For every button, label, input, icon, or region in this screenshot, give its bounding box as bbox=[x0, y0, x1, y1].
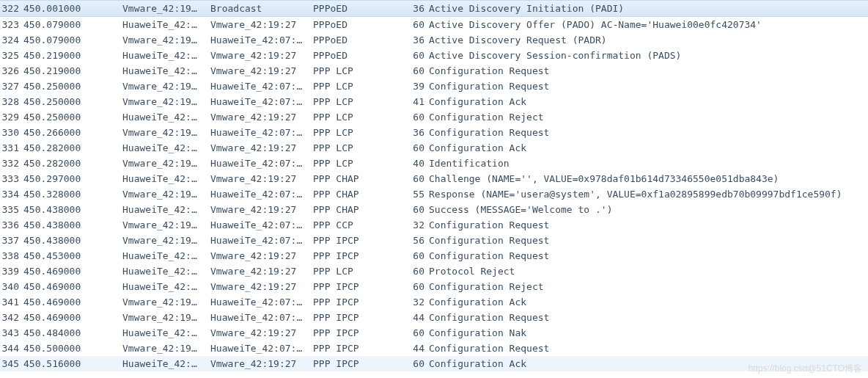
packet-destination: Vmware_42:19:27 bbox=[210, 356, 313, 371]
packet-info: Configuration Nak bbox=[429, 325, 868, 341]
packet-info: Response (NAME='usera@system', VALUE=0xf… bbox=[429, 186, 868, 202]
packet-no: 336 bbox=[1, 217, 23, 233]
packet-protocol: PPP LCP bbox=[313, 63, 407, 79]
packet-time: 450.250000 bbox=[23, 79, 122, 94]
packet-length: 36 bbox=[407, 1, 429, 16]
packet-no: 331 bbox=[1, 140, 23, 156]
packet-list[interactable]: 322450.001000Vmware_42:19…BroadcastPPPoE… bbox=[0, 0, 868, 371]
packet-row[interactable]: 335450.438000HuaweiTe_42:…Vmware_42:19:2… bbox=[0, 202, 868, 217]
packet-destination: Vmware_42:19:27 bbox=[210, 48, 313, 63]
packet-no: 327 bbox=[1, 79, 23, 94]
packet-destination: HuaweiTe_42:07:… bbox=[210, 125, 313, 140]
packet-info: Configuration Ack bbox=[429, 356, 868, 371]
packet-no: 324 bbox=[1, 32, 23, 48]
packet-row[interactable]: 344450.500000Vmware_42:19…HuaweiTe_42:07… bbox=[0, 341, 868, 356]
packet-source: Vmware_42:19… bbox=[122, 94, 210, 109]
packet-info: Active Discovery Session-confirmation (P… bbox=[429, 48, 868, 63]
packet-row[interactable]: 339450.469000HuaweiTe_42:…Vmware_42:19:2… bbox=[0, 263, 868, 279]
packet-protocol: PPP LCP bbox=[313, 109, 407, 125]
packet-source: Vmware_42:19… bbox=[122, 1, 210, 16]
packet-no: 322 bbox=[1, 1, 23, 16]
packet-row[interactable]: 326450.219000HuaweiTe_42:…Vmware_42:19:2… bbox=[0, 63, 868, 79]
packet-row[interactable]: 323450.079000HuaweiTe_42:…Vmware_42:19:2… bbox=[0, 17, 868, 32]
packet-no: 334 bbox=[1, 186, 23, 202]
packet-protocol: PPP IPCP bbox=[313, 341, 407, 356]
packet-info: Active Discovery Request (PADR) bbox=[429, 32, 868, 48]
packet-row[interactable]: 328450.250000Vmware_42:19…HuaweiTe_42:07… bbox=[0, 94, 868, 109]
packet-length: 60 bbox=[407, 48, 429, 63]
packet-no: 335 bbox=[1, 202, 23, 217]
packet-source: HuaweiTe_42:… bbox=[122, 279, 210, 294]
packet-no: 338 bbox=[1, 248, 23, 263]
packet-time: 450.469000 bbox=[23, 279, 122, 294]
packet-row[interactable]: 342450.469000Vmware_42:19…HuaweiTe_42:07… bbox=[0, 310, 868, 325]
packet-row[interactable]: 330450.266000Vmware_42:19…HuaweiTe_42:07… bbox=[0, 125, 868, 140]
packet-row[interactable]: 345450.516000HuaweiTe_42:…Vmware_42:19:2… bbox=[0, 356, 868, 371]
packet-row[interactable]: 333450.297000HuaweiTe_42:…Vmware_42:19:2… bbox=[0, 171, 868, 186]
packet-row[interactable]: 327450.250000Vmware_42:19…HuaweiTe_42:07… bbox=[0, 79, 868, 94]
packet-time: 450.500000 bbox=[23, 341, 122, 356]
packet-info: Configuration Reject bbox=[429, 109, 868, 125]
packet-time: 450.001000 bbox=[23, 1, 122, 16]
packet-time: 450.469000 bbox=[23, 294, 122, 310]
packet-time: 450.250000 bbox=[23, 94, 122, 109]
packet-row[interactable]: 337450.438000Vmware_42:19…HuaweiTe_42:07… bbox=[0, 233, 868, 248]
packet-time: 450.297000 bbox=[23, 171, 122, 186]
packet-row[interactable]: 329450.250000HuaweiTe_42:…Vmware_42:19:2… bbox=[0, 109, 868, 125]
packet-row[interactable]: 338450.453000HuaweiTe_42:…Vmware_42:19:2… bbox=[0, 248, 868, 263]
packet-info: Configuration Request bbox=[429, 79, 868, 94]
packet-row[interactable]: 343450.484000HuaweiTe_42:…Vmware_42:19:2… bbox=[0, 325, 868, 341]
packet-time: 450.438000 bbox=[23, 233, 122, 248]
packet-info: Configuration Request bbox=[429, 310, 868, 325]
packet-no: 345 bbox=[1, 356, 23, 371]
packet-source: HuaweiTe_42:… bbox=[122, 171, 210, 186]
packet-destination: Vmware_42:19:27 bbox=[210, 171, 313, 186]
packet-length: 32 bbox=[407, 217, 429, 233]
packet-info: Configuration Reject bbox=[429, 279, 868, 294]
packet-length: 36 bbox=[407, 32, 429, 48]
packet-source: HuaweiTe_42:… bbox=[122, 325, 210, 341]
packet-row[interactable]: 340450.469000HuaweiTe_42:…Vmware_42:19:2… bbox=[0, 279, 868, 294]
packet-protocol: PPPoED bbox=[313, 48, 407, 63]
packet-source: HuaweiTe_42:… bbox=[122, 202, 210, 217]
packet-length: 60 bbox=[407, 248, 429, 263]
packet-row[interactable]: 325450.219000HuaweiTe_42:…Vmware_42:19:2… bbox=[0, 48, 868, 63]
packet-source: HuaweiTe_42:… bbox=[122, 109, 210, 125]
packet-destination: Vmware_42:19:27 bbox=[210, 109, 313, 125]
packet-time: 450.438000 bbox=[23, 217, 122, 233]
packet-destination: HuaweiTe_42:07:… bbox=[210, 294, 313, 310]
packet-row[interactable]: 324450.079000Vmware_42:19…HuaweiTe_42:07… bbox=[0, 32, 868, 48]
packet-protocol: PPP IPCP bbox=[313, 325, 407, 341]
packet-protocol: PPP CHAP bbox=[313, 171, 407, 186]
packet-length: 44 bbox=[407, 310, 429, 325]
packet-time: 450.453000 bbox=[23, 248, 122, 263]
packet-destination: Vmware_42:19:27 bbox=[210, 325, 313, 341]
packet-length: 60 bbox=[407, 109, 429, 125]
packet-no: 323 bbox=[1, 17, 23, 32]
packet-row[interactable]: 334450.328000Vmware_42:19…HuaweiTe_42:07… bbox=[0, 186, 868, 202]
packet-no: 342 bbox=[1, 310, 23, 325]
packet-no: 341 bbox=[1, 294, 23, 310]
packet-row[interactable]: 336450.438000Vmware_42:19…HuaweiTe_42:07… bbox=[0, 217, 868, 233]
packet-time: 450.516000 bbox=[23, 356, 122, 371]
packet-length: 41 bbox=[407, 94, 429, 109]
packet-protocol: PPPoED bbox=[313, 32, 407, 48]
packet-protocol: PPP LCP bbox=[313, 156, 407, 171]
packet-protocol: PPP CHAP bbox=[313, 202, 407, 217]
packet-time: 450.250000 bbox=[23, 109, 122, 125]
packet-row[interactable]: 322450.001000Vmware_42:19…BroadcastPPPoE… bbox=[0, 0, 868, 17]
packet-destination: HuaweiTe_42:07:… bbox=[210, 233, 313, 248]
packet-protocol: PPP IPCP bbox=[313, 248, 407, 263]
packet-time: 450.266000 bbox=[23, 125, 122, 140]
packet-row[interactable]: 341450.469000Vmware_42:19…HuaweiTe_42:07… bbox=[0, 294, 868, 310]
packet-destination: HuaweiTe_42:07:… bbox=[210, 156, 313, 171]
packet-protocol: PPP IPCP bbox=[313, 279, 407, 294]
packet-info: Success (MESSAGE='Welcome to .') bbox=[429, 202, 868, 217]
packet-time: 450.469000 bbox=[23, 310, 122, 325]
packet-row[interactable]: 332450.282000Vmware_42:19…HuaweiTe_42:07… bbox=[0, 156, 868, 171]
packet-row[interactable]: 331450.282000HuaweiTe_42:…Vmware_42:19:2… bbox=[0, 140, 868, 156]
packet-protocol: PPP IPCP bbox=[313, 310, 407, 325]
packet-info: Configuration Request bbox=[429, 248, 868, 263]
packet-source: Vmware_42:19… bbox=[122, 186, 210, 202]
packet-time: 450.484000 bbox=[23, 325, 122, 341]
